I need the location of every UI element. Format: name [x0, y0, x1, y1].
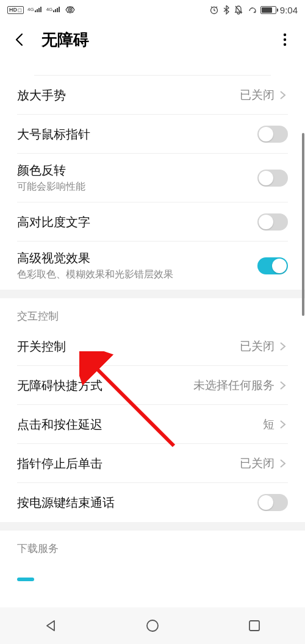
chevron-right-icon: [278, 342, 288, 351]
row-advanced-visual-fx[interactable]: 高级视觉效果 色彩取色、模糊效果和光影错层效果: [17, 242, 288, 290]
row-high-contrast-text[interactable]: 高对比度文字: [17, 202, 288, 242]
row-label: 无障碍快捷方式: [17, 377, 102, 393]
row-value: 未选择任何服务: [193, 377, 274, 393]
partial-row-bottom: [17, 578, 288, 602]
row-large-cursor[interactable]: 大号鼠标指针: [17, 115, 288, 154]
status-right: 9:04: [209, 5, 298, 15]
battery-icon: [260, 6, 276, 14]
settings-list: 放大手势 已关闭 大号鼠标指针 颜色反转 可能会影响性能 高对比度文字 高: [0, 60, 305, 602]
chevron-right-icon: [278, 420, 288, 429]
row-value: 短: [263, 417, 274, 432]
row-switch-control[interactable]: 开关控制 已关闭: [17, 327, 288, 366]
clock-text: 9:04: [280, 5, 298, 15]
section-gap: [0, 522, 305, 531]
chevron-right-icon: [278, 459, 288, 468]
back-icon: [12, 32, 28, 48]
row-magnify-gesture[interactable]: 放大手势 已关闭: [17, 76, 288, 115]
phone-screen: HD⬚ 4G 4G: [0, 0, 305, 644]
mute-icon: [234, 5, 243, 15]
alarm-icon: [209, 5, 219, 15]
nav-recent-button[interactable]: [243, 615, 265, 637]
row-label: 颜色反转: [17, 162, 85, 178]
section-header-interaction: 交互控制: [17, 298, 288, 327]
svg-point-0: [70, 9, 71, 11]
row-label: 指针停止后单击: [17, 456, 102, 471]
more-button[interactable]: [276, 30, 294, 49]
hd-icon: HD⬚: [7, 6, 24, 14]
nav-back-button[interactable]: [40, 615, 62, 637]
svg-point-4: [284, 43, 286, 46]
section-gap: [0, 290, 305, 298]
signal-1-icon: 4G: [27, 7, 43, 13]
svg-point-2: [284, 34, 286, 36]
row-dwell-click[interactable]: 指针停止后单击 已关闭: [17, 444, 288, 483]
page-title: 无障碍: [41, 29, 89, 51]
row-label: 大号鼠标指针: [17, 126, 90, 142]
row-label: 高级视觉效果: [17, 250, 173, 266]
row-touch-hold-delay[interactable]: 点击和按住延迟 短: [17, 405, 288, 444]
toggle-power-end-call[interactable]: [257, 494, 288, 511]
nav-bar: [0, 607, 305, 644]
chevron-right-icon: [278, 90, 288, 100]
row-value: 已关闭: [240, 87, 274, 103]
row-sublabel: 色彩取色、模糊效果和光影错层效果: [17, 268, 173, 281]
row-invert-colors[interactable]: 颜色反转 可能会影响性能: [17, 154, 288, 202]
optimize-icon: [247, 5, 257, 15]
svg-point-11: [147, 620, 158, 631]
partial-row-top: [34, 60, 271, 76]
toggle-invert-colors[interactable]: [257, 170, 288, 187]
toggle-high-contrast[interactable]: [257, 213, 288, 231]
row-label: 按电源键结束通话: [17, 495, 115, 510]
status-left: HD⬚ 4G 4G: [7, 5, 76, 14]
row-label: 高对比度文字: [17, 214, 90, 230]
signal-2-icon: 4G: [46, 7, 62, 13]
nav-home-icon: [145, 618, 160, 633]
title-bar: 无障碍: [0, 20, 305, 60]
svg-rect-12: [249, 621, 259, 631]
nav-recent-icon: [248, 619, 261, 632]
svg-point-3: [284, 38, 286, 41]
row-label: 点击和按住延迟: [17, 417, 102, 432]
section-header-download: 下载服务: [17, 531, 288, 559]
row-accessibility-shortcut[interactable]: 无障碍快捷方式 未选择任何服务: [17, 366, 288, 405]
row-value: 已关闭: [240, 338, 274, 354]
row-value: 已关闭: [240, 456, 274, 471]
scrollbar[interactable]: [301, 133, 305, 346]
status-bar: HD⬚ 4G 4G: [0, 0, 305, 20]
chevron-right-icon: [278, 381, 288, 390]
more-icon: [283, 33, 287, 46]
row-sublabel: 可能会影响性能: [17, 181, 85, 193]
toggle-large-cursor[interactable]: [257, 126, 288, 143]
nav-back-icon: [44, 619, 57, 632]
bluetooth-icon: [223, 5, 230, 15]
row-label: 放大手势: [17, 87, 66, 103]
row-label: 开关控制: [17, 338, 66, 354]
nav-home-button[interactable]: [142, 615, 163, 637]
back-button[interactable]: [11, 30, 29, 49]
eye-icon: [65, 5, 76, 14]
toggle-advanced-fx[interactable]: [257, 257, 288, 274]
row-power-end-call[interactable]: 按电源键结束通话: [17, 483, 288, 522]
